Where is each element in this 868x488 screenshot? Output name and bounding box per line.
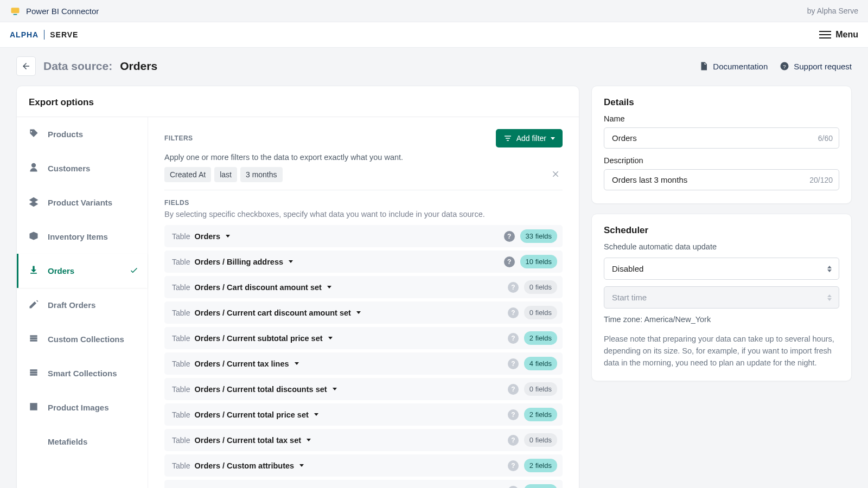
table-name: Orders / Current total tax set [194, 436, 301, 445]
sidebar-item-product-variants[interactable]: Product Variants [17, 185, 148, 220]
help-icon[interactable]: ? [508, 435, 519, 446]
back-button[interactable] [16, 56, 36, 76]
app-header: ALPHA SERVE Menu [0, 22, 868, 48]
filter-chip[interactable]: 3 months [240, 167, 283, 182]
description-char-count: 20/120 [809, 176, 833, 184]
scheduler-note: Please note that preparing your data can… [604, 333, 839, 369]
chevron-down-icon [307, 439, 311, 441]
help-icon[interactable]: ? [504, 231, 515, 242]
sidebar-item-customers[interactable]: Customers [17, 151, 148, 185]
field-count-badge: 10 fields [520, 255, 557, 268]
product-name: Power BI Connector [26, 7, 99, 16]
name-char-count: 6/60 [818, 134, 833, 143]
sidebar-item-products[interactable]: Products [17, 117, 148, 151]
table-tag: Table [172, 232, 190, 241]
filter-chip[interactable]: last [214, 167, 237, 182]
help-icon[interactable]: ? [508, 409, 519, 420]
table-row[interactable]: TableOrders / Custom attributes?2 fields [164, 454, 563, 477]
tag-icon [28, 128, 39, 140]
help-icon[interactable]: ? [508, 486, 519, 489]
description-input[interactable] [604, 169, 839, 190]
help-icon[interactable]: ? [508, 307, 519, 318]
table-tag: Table [172, 309, 190, 317]
field-count-badge: 2 fields [524, 459, 557, 472]
name-label: Name [604, 114, 839, 123]
filters-description: Apply one or more filters to the data to… [164, 153, 563, 162]
sidebar-item-label: Orders [48, 266, 74, 275]
sidebar-item-metafields[interactable]: Metafields [17, 425, 148, 459]
table-tag: Table [172, 283, 190, 292]
field-count-badge: 0 fields [524, 280, 557, 294]
name-input[interactable] [604, 127, 839, 149]
layers-icon [28, 196, 39, 209]
support-label: Support request [794, 62, 852, 71]
sidebar-item-custom-collections[interactable]: Custom Collections [17, 322, 148, 356]
table-name: Orders / Current total discounts set [194, 385, 327, 394]
table-name: Orders / Current total price set [194, 410, 308, 419]
table-row[interactable]: TableOrders / Billing address?10 fields [164, 251, 563, 273]
table-row[interactable]: TableOrders / Current total price set?2 … [164, 403, 563, 426]
top-bar: Power BI Connector by Alpha Serve [0, 0, 868, 22]
chevron-down-icon [356, 311, 361, 314]
sidebar-item-orders[interactable]: Orders [17, 254, 148, 288]
sidebar-item-inventory-items[interactable]: Inventory Items [17, 220, 148, 254]
chevron-down-icon [299, 464, 304, 467]
fields-description: By selecting specific checkboxes, specif… [164, 210, 563, 219]
add-filter-button[interactable]: Add filter [496, 129, 563, 147]
person-icon [28, 162, 39, 175]
description-label: Description [604, 156, 839, 165]
support-request-link[interactable]: ? Support request [780, 61, 852, 71]
start-time-select[interactable]: Start time [604, 286, 839, 309]
document-icon [699, 61, 709, 71]
sidebar-item-draft-orders[interactable]: Draft Orders [17, 288, 148, 322]
table-row[interactable]: TableOrders / Current cart discount amou… [164, 301, 563, 324]
table-row[interactable]: TableOrders / Current total tax set?0 fi… [164, 429, 563, 451]
data-source-name: Orders [120, 60, 157, 73]
table-name: Orders / Billing address [194, 258, 283, 266]
help-icon[interactable]: ? [508, 358, 519, 369]
menu-button[interactable]: Menu [819, 30, 858, 40]
table-row[interactable]: TableOrders / Customer?1 fields [164, 480, 563, 488]
table-tag: Table [172, 385, 190, 394]
sidebar-item-product-images[interactable]: Product Images [17, 390, 148, 425]
download-icon [28, 265, 39, 277]
sidebar-item-smart-collections[interactable]: Smart Collections [17, 356, 148, 390]
close-icon [552, 170, 560, 178]
sidebar-item-label: Smart Collections [48, 369, 117, 378]
logo-left: ALPHA [10, 30, 39, 39]
svg-rect-1 [14, 14, 17, 15]
help-icon[interactable]: ? [508, 460, 519, 471]
documentation-label: Documentation [713, 62, 768, 71]
documentation-link[interactable]: Documentation [699, 61, 768, 71]
help-icon[interactable]: ? [504, 256, 515, 267]
table-name: Orders / Custom attributes [194, 461, 294, 470]
sidebar-item-label: Inventory Items [48, 232, 108, 241]
scheduler-panel: Scheduler Schedule automatic data update… [591, 214, 852, 381]
table-row[interactable]: TableOrders?33 fields [164, 225, 563, 247]
help-icon[interactable]: ? [508, 282, 519, 293]
table-tag: Table [172, 359, 190, 368]
help-icon[interactable]: ? [508, 333, 519, 344]
logo-divider [44, 30, 44, 40]
chevron-down-icon [226, 235, 230, 237]
details-panel: Details Name 6/60 Description 20/120 [591, 86, 852, 204]
image-icon [28, 401, 39, 414]
filter-chip[interactable]: Created At [164, 167, 211, 182]
chevron-down-icon [314, 413, 318, 416]
sidebar-item-label: Product Images [48, 403, 109, 412]
table-row[interactable]: TableOrders / Current tax lines?4 fields [164, 352, 563, 375]
details-title: Details [592, 86, 851, 112]
hamburger-icon [819, 31, 831, 38]
chevron-down-icon [327, 286, 331, 288]
remove-filter-button[interactable] [550, 168, 563, 182]
timezone-label: Time zone: America/New_York [604, 315, 839, 324]
table-row[interactable]: TableOrders / Current subtotal price set… [164, 327, 563, 349]
table-row[interactable]: TableOrders / Cart discount amount set?0… [164, 276, 563, 298]
scheduler-status-select[interactable]: Disabled [604, 258, 839, 280]
help-icon[interactable]: ? [508, 384, 519, 395]
export-options-panel: Export options ProductsCustomersProduct … [16, 86, 579, 488]
by-line: by Alpha Serve [807, 7, 858, 15]
export-main: FILTERS Add filter Apply one or more fil… [148, 117, 579, 488]
table-row[interactable]: TableOrders / Current total discounts se… [164, 378, 563, 400]
scheduler-description: Schedule automatic data update [604, 242, 839, 251]
